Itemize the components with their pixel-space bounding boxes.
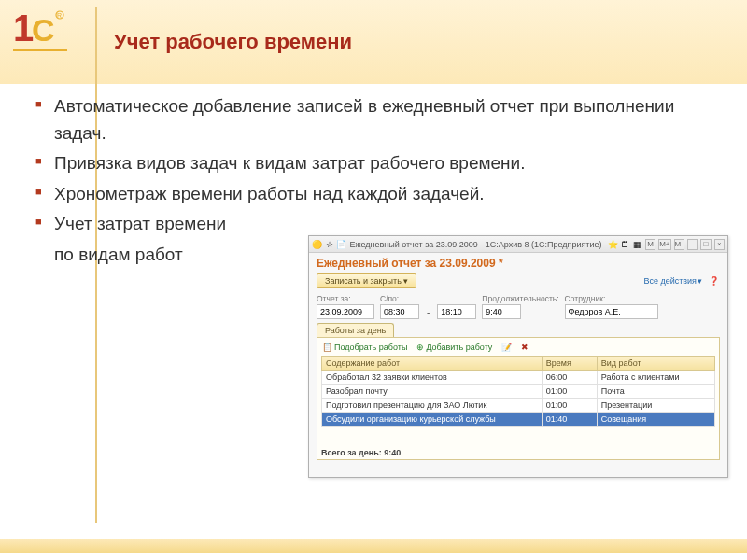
star-icon[interactable]: ☆ bbox=[325, 239, 333, 250]
save-close-button[interactable]: Записать и закрыть▾ bbox=[317, 273, 416, 288]
table-row[interactable]: Обработал 32 заявки клиентов06:00Работа … bbox=[322, 371, 715, 385]
svg-text:C: C bbox=[32, 12, 55, 48]
app-window: 🟡 ☆ 📄 Ежедневный отчет за 23.09.2009 - 1… bbox=[308, 235, 728, 478]
bullet-item: Привязка видов задач к видам затрат рабо… bbox=[35, 150, 728, 177]
total-label: Всего за день: 9:40 bbox=[321, 448, 401, 457]
table-row[interactable]: Разобрал почту01:00Почта bbox=[322, 385, 715, 399]
bullet-item: Хронометраж времени работы над каждой за… bbox=[35, 181, 728, 208]
delete-button[interactable]: ✖ bbox=[521, 343, 529, 352]
bullet-item: Автоматическое добавление записей в ежед… bbox=[35, 93, 728, 147]
svg-text:1: 1 bbox=[13, 7, 34, 49]
m-plus-button[interactable]: M+ bbox=[658, 239, 670, 250]
m-button[interactable]: M bbox=[645, 239, 655, 250]
fav-icon[interactable]: ⭐ bbox=[608, 238, 618, 250]
footer-bar bbox=[0, 539, 747, 553]
window-titlebar: 🟡 ☆ 📄 Ежедневный отчет за 23.09.2009 - 1… bbox=[309, 236, 727, 253]
m-minus-button[interactable]: M- bbox=[674, 239, 684, 250]
col-type[interactable]: Вид работ bbox=[597, 357, 714, 371]
date-input[interactable] bbox=[317, 304, 374, 319]
table-row[interactable]: Подготовил презентацию для ЗАО Лютик01:0… bbox=[322, 399, 715, 413]
tab-works[interactable]: Работы за день bbox=[317, 323, 394, 337]
chevron-down-icon: ▾ bbox=[403, 276, 408, 286]
plus-icon: ⊕ bbox=[416, 343, 424, 352]
grid-icon[interactable]: ▦ bbox=[633, 238, 642, 250]
logo: 1 C R bbox=[13, 7, 67, 60]
document-title: Ежедневный отчет за 23.09.2009 * bbox=[317, 257, 720, 270]
table-row[interactable]: Обсудили организацию курьерской службы01… bbox=[322, 413, 715, 427]
employee-label: Сотрудник: bbox=[565, 294, 658, 303]
employee-input[interactable] bbox=[565, 304, 658, 319]
works-table: Содержание работ Время Вид работ Обработ… bbox=[321, 356, 715, 427]
edit-button[interactable]: 📝 bbox=[501, 343, 512, 352]
delete-icon: ✖ bbox=[521, 343, 529, 352]
maximize-button[interactable]: □ bbox=[700, 239, 711, 250]
window-title: Ежедневный отчет за 23.09.2009 - 1С:Архи… bbox=[349, 240, 601, 249]
duration-input[interactable] bbox=[482, 304, 521, 319]
add-work-button[interactable]: ⊕Добавить работу bbox=[416, 343, 492, 352]
from-label: С/по: bbox=[380, 294, 419, 303]
edit-icon: 📝 bbox=[501, 343, 512, 352]
time-from-input[interactable] bbox=[380, 304, 419, 319]
pick-works-button[interactable]: 📋Подобрать работы bbox=[322, 343, 407, 352]
date-label: Отчет за: bbox=[317, 294, 374, 303]
doc-icon: 📄 bbox=[336, 239, 346, 250]
col-time[interactable]: Время bbox=[542, 357, 597, 371]
bullet-list: Автоматическое добавление записей в ежед… bbox=[35, 93, 728, 238]
time-to-input[interactable] bbox=[437, 304, 476, 319]
svg-text:R: R bbox=[57, 12, 62, 19]
duration-label: Продолжительность: bbox=[482, 294, 558, 303]
app-icon: 🟡 bbox=[312, 239, 322, 250]
all-actions-button[interactable]: Все действия ▾ bbox=[643, 276, 702, 286]
help-icon[interactable]: ❓ bbox=[708, 275, 720, 287]
col-desc[interactable]: Содержание работ bbox=[322, 357, 543, 371]
calc-icon[interactable]: 🗒 bbox=[621, 238, 630, 250]
close-button[interactable]: × bbox=[714, 239, 725, 250]
bullet-item: Учет затрат времени bbox=[35, 211, 728, 238]
chevron-down-icon: ▾ bbox=[698, 276, 702, 286]
minimize-button[interactable]: – bbox=[687, 239, 698, 250]
page-title: Учет рабочего времени bbox=[114, 30, 352, 54]
pick-icon: 📋 bbox=[322, 343, 332, 352]
